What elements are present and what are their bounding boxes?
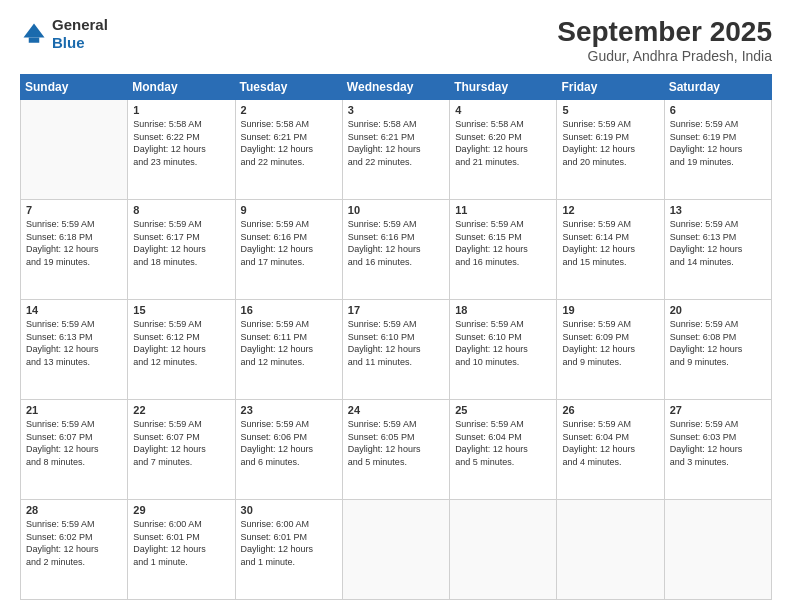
logo-blue: Blue <box>52 34 85 51</box>
calendar-cell: 22Sunrise: 5:59 AM Sunset: 6:07 PM Dayli… <box>128 400 235 500</box>
calendar-cell: 28Sunrise: 5:59 AM Sunset: 6:02 PM Dayli… <box>21 500 128 600</box>
day-info: Sunrise: 5:59 AM Sunset: 6:10 PM Dayligh… <box>348 318 444 368</box>
calendar-cell: 19Sunrise: 5:59 AM Sunset: 6:09 PM Dayli… <box>557 300 664 400</box>
day-info: Sunrise: 5:59 AM Sunset: 6:19 PM Dayligh… <box>670 118 766 168</box>
day-number: 16 <box>241 304 337 316</box>
calendar-cell: 13Sunrise: 5:59 AM Sunset: 6:13 PM Dayli… <box>664 200 771 300</box>
calendar-cell: 11Sunrise: 5:59 AM Sunset: 6:15 PM Dayli… <box>450 200 557 300</box>
calendar-cell <box>557 500 664 600</box>
page: General Blue September 2025 Gudur, Andhr… <box>0 0 792 612</box>
header: General Blue September 2025 Gudur, Andhr… <box>20 16 772 64</box>
calendar-cell: 25Sunrise: 5:59 AM Sunset: 6:04 PM Dayli… <box>450 400 557 500</box>
day-info: Sunrise: 5:59 AM Sunset: 6:13 PM Dayligh… <box>670 218 766 268</box>
day-info: Sunrise: 5:58 AM Sunset: 6:21 PM Dayligh… <box>241 118 337 168</box>
day-info: Sunrise: 5:59 AM Sunset: 6:19 PM Dayligh… <box>562 118 658 168</box>
day-number: 13 <box>670 204 766 216</box>
calendar-table: Sunday Monday Tuesday Wednesday Thursday… <box>20 74 772 600</box>
calendar-cell: 5Sunrise: 5:59 AM Sunset: 6:19 PM Daylig… <box>557 100 664 200</box>
day-info: Sunrise: 5:59 AM Sunset: 6:11 PM Dayligh… <box>241 318 337 368</box>
header-tuesday: Tuesday <box>235 75 342 100</box>
day-info: Sunrise: 5:58 AM Sunset: 6:20 PM Dayligh… <box>455 118 551 168</box>
calendar-cell: 3Sunrise: 5:58 AM Sunset: 6:21 PM Daylig… <box>342 100 449 200</box>
day-number: 26 <box>562 404 658 416</box>
day-number: 27 <box>670 404 766 416</box>
day-info: Sunrise: 6:00 AM Sunset: 6:01 PM Dayligh… <box>241 518 337 568</box>
day-number: 22 <box>133 404 229 416</box>
day-number: 30 <box>241 504 337 516</box>
calendar-cell: 30Sunrise: 6:00 AM Sunset: 6:01 PM Dayli… <box>235 500 342 600</box>
calendar-cell: 18Sunrise: 5:59 AM Sunset: 6:10 PM Dayli… <box>450 300 557 400</box>
day-number: 10 <box>348 204 444 216</box>
calendar-week-2: 7Sunrise: 5:59 AM Sunset: 6:18 PM Daylig… <box>21 200 772 300</box>
calendar-cell: 14Sunrise: 5:59 AM Sunset: 6:13 PM Dayli… <box>21 300 128 400</box>
calendar-cell: 9Sunrise: 5:59 AM Sunset: 6:16 PM Daylig… <box>235 200 342 300</box>
day-info: Sunrise: 5:59 AM Sunset: 6:10 PM Dayligh… <box>455 318 551 368</box>
logo-text: General Blue <box>52 16 108 52</box>
calendar-cell: 27Sunrise: 5:59 AM Sunset: 6:03 PM Dayli… <box>664 400 771 500</box>
header-wednesday: Wednesday <box>342 75 449 100</box>
location: Gudur, Andhra Pradesh, India <box>557 48 772 64</box>
logo: General Blue <box>20 16 108 52</box>
day-info: Sunrise: 5:59 AM Sunset: 6:12 PM Dayligh… <box>133 318 229 368</box>
day-info: Sunrise: 5:58 AM Sunset: 6:22 PM Dayligh… <box>133 118 229 168</box>
day-number: 20 <box>670 304 766 316</box>
calendar-cell <box>664 500 771 600</box>
calendar-cell: 24Sunrise: 5:59 AM Sunset: 6:05 PM Dayli… <box>342 400 449 500</box>
day-number: 4 <box>455 104 551 116</box>
calendar-week-3: 14Sunrise: 5:59 AM Sunset: 6:13 PM Dayli… <box>21 300 772 400</box>
weekday-header-row: Sunday Monday Tuesday Wednesday Thursday… <box>21 75 772 100</box>
day-info: Sunrise: 5:59 AM Sunset: 6:13 PM Dayligh… <box>26 318 122 368</box>
calendar-cell <box>21 100 128 200</box>
header-saturday: Saturday <box>664 75 771 100</box>
calendar-cell <box>342 500 449 600</box>
day-info: Sunrise: 5:59 AM Sunset: 6:09 PM Dayligh… <box>562 318 658 368</box>
calendar-cell: 1Sunrise: 5:58 AM Sunset: 6:22 PM Daylig… <box>128 100 235 200</box>
calendar-week-5: 28Sunrise: 5:59 AM Sunset: 6:02 PM Dayli… <box>21 500 772 600</box>
header-monday: Monday <box>128 75 235 100</box>
day-info: Sunrise: 5:59 AM Sunset: 6:08 PM Dayligh… <box>670 318 766 368</box>
calendar-cell: 15Sunrise: 5:59 AM Sunset: 6:12 PM Dayli… <box>128 300 235 400</box>
day-info: Sunrise: 5:59 AM Sunset: 6:03 PM Dayligh… <box>670 418 766 468</box>
day-number: 15 <box>133 304 229 316</box>
day-info: Sunrise: 5:58 AM Sunset: 6:21 PM Dayligh… <box>348 118 444 168</box>
day-number: 3 <box>348 104 444 116</box>
logo-icon <box>20 20 48 48</box>
day-info: Sunrise: 5:59 AM Sunset: 6:05 PM Dayligh… <box>348 418 444 468</box>
month-title: September 2025 <box>557 16 772 48</box>
svg-rect-1 <box>29 38 40 43</box>
calendar-cell: 21Sunrise: 5:59 AM Sunset: 6:07 PM Dayli… <box>21 400 128 500</box>
day-number: 21 <box>26 404 122 416</box>
calendar-cell: 26Sunrise: 5:59 AM Sunset: 6:04 PM Dayli… <box>557 400 664 500</box>
day-info: Sunrise: 5:59 AM Sunset: 6:04 PM Dayligh… <box>455 418 551 468</box>
calendar-week-1: 1Sunrise: 5:58 AM Sunset: 6:22 PM Daylig… <box>21 100 772 200</box>
title-block: September 2025 Gudur, Andhra Pradesh, In… <box>557 16 772 64</box>
day-number: 5 <box>562 104 658 116</box>
day-number: 28 <box>26 504 122 516</box>
day-number: 11 <box>455 204 551 216</box>
day-info: Sunrise: 5:59 AM Sunset: 6:07 PM Dayligh… <box>133 418 229 468</box>
day-info: Sunrise: 5:59 AM Sunset: 6:06 PM Dayligh… <box>241 418 337 468</box>
calendar-cell: 10Sunrise: 5:59 AM Sunset: 6:16 PM Dayli… <box>342 200 449 300</box>
calendar-cell: 6Sunrise: 5:59 AM Sunset: 6:19 PM Daylig… <box>664 100 771 200</box>
day-number: 2 <box>241 104 337 116</box>
day-info: Sunrise: 5:59 AM Sunset: 6:16 PM Dayligh… <box>241 218 337 268</box>
calendar-cell: 4Sunrise: 5:58 AM Sunset: 6:20 PM Daylig… <box>450 100 557 200</box>
day-number: 7 <box>26 204 122 216</box>
day-info: Sunrise: 5:59 AM Sunset: 6:15 PM Dayligh… <box>455 218 551 268</box>
day-number: 29 <box>133 504 229 516</box>
day-info: Sunrise: 5:59 AM Sunset: 6:18 PM Dayligh… <box>26 218 122 268</box>
day-info: Sunrise: 5:59 AM Sunset: 6:02 PM Dayligh… <box>26 518 122 568</box>
svg-marker-0 <box>24 24 45 38</box>
day-number: 24 <box>348 404 444 416</box>
calendar-cell: 7Sunrise: 5:59 AM Sunset: 6:18 PM Daylig… <box>21 200 128 300</box>
day-info: Sunrise: 5:59 AM Sunset: 6:17 PM Dayligh… <box>133 218 229 268</box>
day-info: Sunrise: 5:59 AM Sunset: 6:04 PM Dayligh… <box>562 418 658 468</box>
calendar-cell: 16Sunrise: 5:59 AM Sunset: 6:11 PM Dayli… <box>235 300 342 400</box>
day-number: 1 <box>133 104 229 116</box>
day-info: Sunrise: 5:59 AM Sunset: 6:14 PM Dayligh… <box>562 218 658 268</box>
calendar-cell: 23Sunrise: 5:59 AM Sunset: 6:06 PM Dayli… <box>235 400 342 500</box>
logo-general: General <box>52 16 108 33</box>
day-number: 17 <box>348 304 444 316</box>
day-number: 6 <box>670 104 766 116</box>
day-number: 23 <box>241 404 337 416</box>
